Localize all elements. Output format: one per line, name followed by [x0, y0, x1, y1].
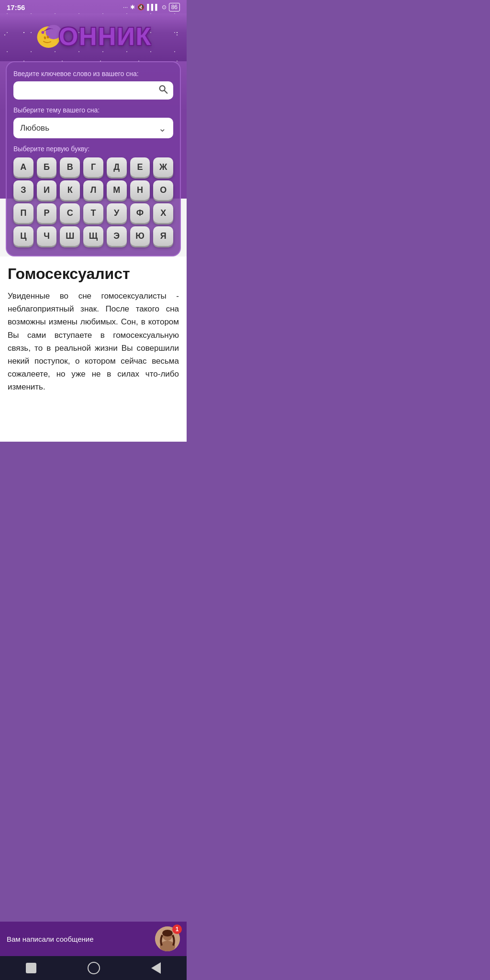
article-description: Увиденные во сне гомосексуалисты - небла…: [8, 290, 179, 394]
wifi-icon: ⊙: [162, 4, 167, 11]
input-label: Введите ключевое слово из вашего сна:: [13, 70, 173, 78]
search-input-wrap: [13, 81, 173, 100]
svg-point-4: [41, 31, 44, 34]
dropdown-label: Выберите тему вашего сна:: [13, 106, 173, 114]
theme-dropdown[interactable]: Любовь Работа Семья Деньги Природа: [13, 118, 173, 138]
letter-button[interactable]: Я: [153, 226, 173, 246]
letter-button[interactable]: Р: [37, 203, 57, 223]
dots-icon: ···: [123, 4, 128, 11]
letter-button[interactable]: Т: [83, 203, 103, 223]
bluetooth-icon: ✱: [130, 4, 135, 11]
status-icons: ··· ✱ 🔇 ▌▌▌ ⊙ 86: [123, 3, 180, 11]
letter-button[interactable]: Ф: [130, 203, 150, 223]
signal-icon: ▌▌▌: [147, 4, 159, 11]
letter-button[interactable]: Щ: [83, 226, 103, 246]
letter-button[interactable]: Л: [83, 180, 103, 200]
header-area: ОННИК: [0, 13, 187, 61]
letter-button[interactable]: М: [107, 180, 127, 200]
letter-button[interactable]: Д: [107, 157, 127, 177]
mute-icon: 🔇: [137, 4, 145, 11]
letter-grid: АБВГДЕЖЗИКЛМНОПРСТУФХЦЧШЩЭЮЯ: [13, 157, 173, 246]
letter-button[interactable]: Э: [107, 226, 127, 246]
letter-button[interactable]: Е: [130, 157, 150, 177]
letter-button[interactable]: И: [37, 180, 57, 200]
letter-button[interactable]: П: [13, 203, 33, 223]
letter-button[interactable]: Ю: [130, 226, 150, 246]
letter-button[interactable]: А: [13, 157, 33, 177]
letter-button[interactable]: О: [153, 180, 173, 200]
svg-line-6: [165, 90, 167, 93]
article-title: Гомосексуалист: [8, 265, 179, 283]
search-input[interactable]: [13, 81, 173, 100]
letter-button[interactable]: У: [107, 203, 127, 223]
letter-button[interactable]: Б: [37, 157, 57, 177]
letter-button[interactable]: Н: [130, 180, 150, 200]
search-icon: [158, 84, 168, 95]
letters-label: Выберите первую букву:: [13, 145, 173, 153]
battery-indicator: 86: [169, 3, 180, 11]
status-time: 17:56: [7, 3, 25, 11]
app-container: 17:56 ··· ✱ 🔇 ▌▌▌ ⊙ 86 ОННИК: [0, 0, 187, 442]
logo-container: ОННИК: [35, 22, 152, 51]
letter-button[interactable]: Х: [153, 203, 173, 223]
content-area: Гомосексуалист Увиденные во сне гомосекс…: [0, 256, 187, 442]
letter-button[interactable]: Ц: [13, 226, 33, 246]
letter-button[interactable]: Ч: [37, 226, 57, 246]
letter-button[interactable]: Г: [83, 157, 103, 177]
letter-button[interactable]: Ш: [60, 226, 80, 246]
status-bar: 17:56 ··· ✱ 🔇 ▌▌▌ ⊙ 86: [0, 0, 187, 13]
dropdown-wrap: Любовь Работа Семья Деньги Природа ⌄: [13, 118, 173, 138]
logo-text: ОННИК: [59, 22, 152, 51]
search-button[interactable]: [158, 84, 168, 97]
letter-button[interactable]: С: [60, 203, 80, 223]
letter-button[interactable]: Ж: [153, 157, 173, 177]
letter-button[interactable]: З: [13, 180, 33, 200]
letter-button[interactable]: К: [60, 180, 80, 200]
search-panel: Введите ключевое слово из вашего сна: Вы…: [6, 61, 181, 256]
letter-button[interactable]: В: [60, 157, 80, 177]
